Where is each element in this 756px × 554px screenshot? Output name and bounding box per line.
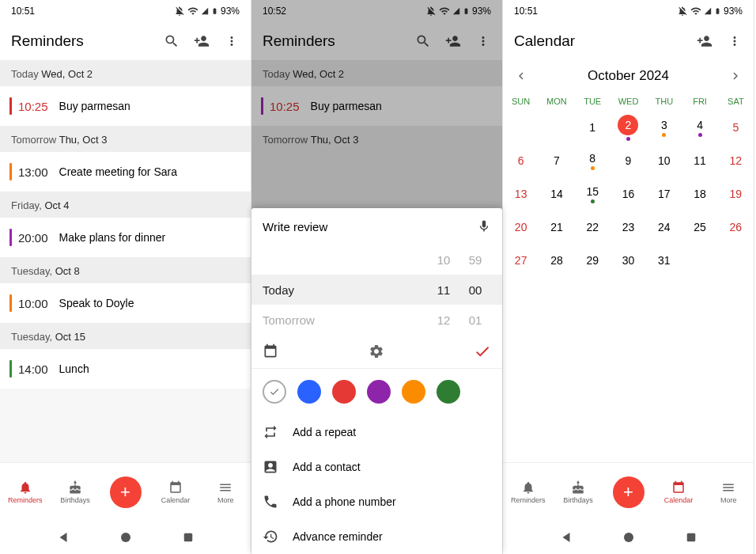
day-cell[interactable]: 10 — [646, 144, 682, 177]
page-title: Reminders — [11, 32, 157, 50]
reminder-row[interactable]: 10:25Buy parmesan — [0, 86, 251, 126]
battery-icon — [211, 6, 218, 17]
day-cell[interactable]: 11 — [682, 144, 717, 177]
day-cell[interactable]: 21 — [539, 211, 574, 244]
nav-calendar[interactable]: Calendar — [150, 463, 200, 521]
day-cell[interactable]: 13 — [503, 177, 539, 211]
add-contact-icon[interactable] — [194, 33, 210, 49]
recents-icon[interactable] — [181, 530, 195, 545]
day-cell[interactable]: 3 — [646, 111, 682, 144]
reminder-text-input[interactable]: Write review — [251, 208, 502, 245]
day-cell[interactable]: 12 — [718, 144, 754, 177]
color-option[interactable] — [402, 380, 425, 404]
day-cell[interactable]: 28 — [539, 244, 574, 277]
color-bar — [9, 97, 12, 115]
weekday-label: SUN — [503, 92, 539, 111]
day-cell[interactable]: 7 — [539, 144, 574, 177]
nav-more[interactable]: More — [704, 463, 754, 521]
color-option[interactable] — [297, 380, 321, 404]
day-cell[interactable]: 18 — [682, 177, 717, 211]
day-cell[interactable]: 27 — [503, 244, 539, 277]
page-title: Calendar — [514, 32, 690, 50]
silent-icon — [677, 6, 688, 17]
color-option[interactable] — [367, 380, 391, 404]
reminder-time: 20:00 — [18, 231, 48, 245]
nav-more[interactable]: More — [201, 463, 251, 521]
back-icon[interactable] — [559, 530, 573, 545]
wifi-icon — [690, 6, 701, 17]
chevron-right-icon[interactable] — [728, 69, 743, 83]
calendar-icon — [671, 480, 686, 495]
mic-icon[interactable] — [477, 219, 491, 233]
add-icon: + — [613, 476, 644, 508]
day-cell[interactable]: 31 — [646, 244, 682, 277]
nav-birthdays[interactable]: Birthdays — [553, 463, 603, 521]
day-cell[interactable]: 4 — [682, 111, 717, 144]
status-right: 93% — [174, 6, 240, 17]
confirm-icon[interactable] — [474, 343, 491, 360]
app-bar: Calendar — [503, 22, 754, 60]
day-cell[interactable]: 1 — [575, 111, 610, 144]
home-icon[interactable] — [119, 530, 133, 545]
reminder-list-scroll[interactable]: Today Wed, Oct 210:25Buy parmesanTomorro… — [0, 60, 251, 462]
day-cell[interactable]: 23 — [610, 211, 646, 244]
color-option[interactable] — [437, 380, 460, 404]
nav-add[interactable]: + — [603, 463, 653, 521]
nav-birthdays[interactable]: Birthdays — [50, 463, 100, 521]
screen-add-reminder: 10:52 93% Reminders Today Wed, Oct 2 10:… — [251, 0, 503, 554]
day-cell[interactable]: 16 — [610, 177, 646, 211]
day-cell[interactable]: 25 — [682, 211, 717, 244]
picker-row[interactable]: Today1100 — [251, 275, 502, 305]
day-cell[interactable]: 2 — [610, 111, 646, 144]
reminder-row[interactable]: 14:00Lunch — [0, 349, 251, 389]
day-cell[interactable]: 26 — [718, 211, 754, 244]
overflow-icon[interactable] — [727, 33, 743, 49]
day-cell[interactable]: 15 — [575, 177, 610, 211]
back-icon[interactable] — [56, 530, 70, 545]
reminder-text: Create meeting for Sara — [59, 165, 177, 178]
calendar-days: 1234567891011121314151617181920212223242… — [503, 111, 754, 277]
day-cell[interactable]: 17 — [646, 177, 682, 211]
chevron-left-icon[interactable] — [514, 69, 528, 83]
gear-icon[interactable] — [369, 343, 384, 359]
nav-add[interactable]: + — [100, 463, 150, 521]
day-cell[interactable]: 24 — [646, 211, 682, 244]
color-option[interactable] — [332, 380, 356, 404]
day-cell[interactable]: 8 — [575, 144, 610, 177]
reminder-text: Make plans for dinner — [59, 231, 166, 244]
search-icon[interactable] — [164, 33, 180, 49]
day-cell[interactable]: 14 — [539, 177, 574, 211]
time-picker[interactable]: 1059Today1100Tomorrow1201 — [251, 245, 502, 335]
day-cell[interactable]: 22 — [575, 211, 610, 244]
recents-icon[interactable] — [684, 530, 698, 545]
day-cell[interactable]: 6 — [503, 144, 539, 177]
section-header: Tomorrow Thu, Oct 3 — [0, 126, 251, 152]
day-cell[interactable]: 19 — [718, 177, 754, 211]
option-label: Add a phone number — [293, 495, 396, 508]
reminder-row[interactable]: 20:00Make plans for dinner — [0, 218, 251, 257]
overflow-icon[interactable] — [224, 33, 240, 49]
section-header: Tuesday, Oct 15 — [0, 323, 251, 349]
option-repeat[interactable]: Add a repeat — [251, 415, 502, 450]
day-cell[interactable]: 30 — [610, 244, 646, 277]
day-cell[interactable]: 20 — [503, 211, 539, 244]
svg-rect-5 — [686, 533, 695, 542]
day-cell[interactable]: 9 — [610, 144, 646, 177]
day-cell — [539, 111, 574, 144]
option-contact[interactable]: Add a contact — [251, 450, 502, 484]
day-cell[interactable]: 5 — [718, 111, 754, 144]
picker-row[interactable]: 1059 — [251, 245, 502, 275]
calendar-icon[interactable] — [263, 343, 278, 359]
color-none[interactable] — [263, 380, 286, 404]
home-icon[interactable] — [622, 530, 636, 545]
nav-calendar[interactable]: Calendar — [653, 463, 703, 521]
reminder-row[interactable]: 10:00Speak to Doyle — [0, 283, 251, 323]
picker-row[interactable]: Tomorrow1201 — [251, 305, 502, 335]
day-cell[interactable]: 29 — [575, 244, 610, 277]
nav-reminders[interactable]: Reminders — [0, 463, 50, 521]
add-contact-icon[interactable] — [697, 33, 713, 49]
nav-reminders[interactable]: Reminders — [503, 463, 553, 521]
reminder-row[interactable]: 13:00Create meeting for Sara — [0, 152, 251, 192]
option-history[interactable]: Advance reminder — [251, 519, 502, 554]
option-phone[interactable]: Add a phone number — [251, 484, 502, 519]
